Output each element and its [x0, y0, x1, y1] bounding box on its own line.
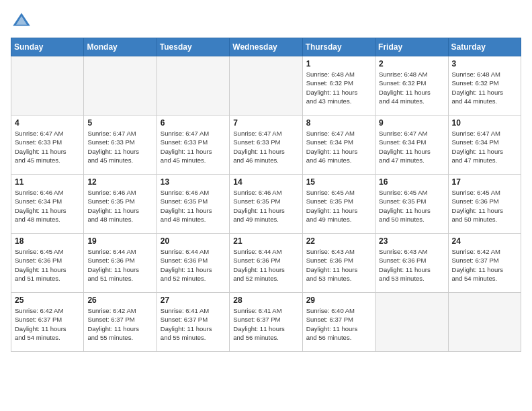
- calendar-cell: [230, 56, 302, 116]
- day-number: 6: [161, 118, 226, 128]
- day-number: 26: [87, 295, 152, 305]
- day-info: Sunrise: 6:40 AM Sunset: 6:37 PM Dayligh…: [306, 306, 371, 342]
- header-sunday: Sunday: [11, 38, 84, 56]
- day-number: 9: [379, 118, 444, 128]
- calendar-cell: 11Sunrise: 6:46 AM Sunset: 6:34 PM Dayli…: [11, 175, 84, 234]
- day-number: 1: [306, 59, 371, 68]
- header-friday: Friday: [375, 38, 448, 56]
- day-info: Sunrise: 6:41 AM Sunset: 6:37 PM Dayligh…: [233, 306, 298, 342]
- day-number: 8: [306, 118, 371, 128]
- day-number: 25: [15, 295, 80, 305]
- day-number: 29: [306, 295, 371, 305]
- calendar-cell: 15Sunrise: 6:45 AM Sunset: 6:35 PM Dayli…: [302, 175, 375, 234]
- day-number: 22: [306, 236, 371, 246]
- calendar-cell: 4Sunrise: 6:47 AM Sunset: 6:33 PM Daylig…: [11, 116, 84, 175]
- week-row-4: 18Sunrise: 6:45 AM Sunset: 6:36 PM Dayli…: [11, 234, 521, 293]
- day-info: Sunrise: 6:47 AM Sunset: 6:33 PM Dayligh…: [15, 129, 80, 165]
- day-number: 18: [15, 236, 80, 246]
- week-row-2: 4Sunrise: 6:47 AM Sunset: 6:33 PM Daylig…: [11, 116, 521, 175]
- day-info: Sunrise: 6:47 AM Sunset: 6:34 PM Dayligh…: [306, 129, 371, 165]
- day-info: Sunrise: 6:47 AM Sunset: 6:33 PM Dayligh…: [233, 129, 298, 165]
- day-info: Sunrise: 6:48 AM Sunset: 6:32 PM Dayligh…: [306, 70, 371, 105]
- day-info: Sunrise: 6:48 AM Sunset: 6:32 PM Dayligh…: [379, 70, 444, 105]
- day-number: 11: [15, 177, 80, 187]
- calendar-cell: 28Sunrise: 6:41 AM Sunset: 6:37 PM Dayli…: [230, 293, 302, 352]
- calendar-cell: 27Sunrise: 6:41 AM Sunset: 6:37 PM Dayli…: [157, 293, 229, 352]
- day-info: Sunrise: 6:46 AM Sunset: 6:34 PM Dayligh…: [15, 188, 80, 224]
- day-number: 19: [87, 236, 152, 246]
- day-number: 21: [233, 236, 298, 246]
- header-tuesday: Tuesday: [157, 38, 229, 56]
- calendar-cell: 14Sunrise: 6:46 AM Sunset: 6:35 PM Dayli…: [230, 175, 302, 234]
- day-info: Sunrise: 6:43 AM Sunset: 6:36 PM Dayligh…: [379, 247, 444, 283]
- calendar-cell: 6Sunrise: 6:47 AM Sunset: 6:33 PM Daylig…: [157, 116, 229, 175]
- day-number: 12: [87, 177, 152, 187]
- calendar-cell: 25Sunrise: 6:42 AM Sunset: 6:37 PM Dayli…: [11, 293, 84, 352]
- calendar-cell: 7Sunrise: 6:47 AM Sunset: 6:33 PM Daylig…: [230, 116, 302, 175]
- day-number: 20: [161, 236, 226, 246]
- calendar-body: 1Sunrise: 6:48 AM Sunset: 6:32 PM Daylig…: [11, 56, 521, 352]
- header-wednesday: Wednesday: [230, 38, 302, 56]
- calendar-cell: [448, 293, 521, 352]
- day-number: 13: [161, 177, 226, 187]
- day-info: Sunrise: 6:47 AM Sunset: 6:34 PM Dayligh…: [379, 129, 444, 165]
- day-info: Sunrise: 6:42 AM Sunset: 6:37 PM Dayligh…: [15, 306, 80, 342]
- day-number: 24: [452, 236, 517, 246]
- day-info: Sunrise: 6:45 AM Sunset: 6:35 PM Dayligh…: [306, 188, 371, 224]
- calendar-cell: 8Sunrise: 6:47 AM Sunset: 6:34 PM Daylig…: [302, 116, 375, 175]
- day-number: 10: [452, 118, 517, 128]
- day-number: 7: [233, 118, 298, 128]
- day-number: 14: [233, 177, 298, 187]
- day-number: 27: [161, 295, 226, 305]
- calendar-cell: 10Sunrise: 6:47 AM Sunset: 6:34 PM Dayli…: [448, 116, 521, 175]
- calendar-cell: 22Sunrise: 6:43 AM Sunset: 6:36 PM Dayli…: [302, 234, 375, 293]
- calendar-cell: [157, 56, 229, 116]
- day-info: Sunrise: 6:44 AM Sunset: 6:36 PM Dayligh…: [87, 247, 152, 283]
- calendar-cell: 26Sunrise: 6:42 AM Sunset: 6:37 PM Dayli…: [84, 293, 157, 352]
- calendar-cell: 5Sunrise: 6:47 AM Sunset: 6:33 PM Daylig…: [84, 116, 157, 175]
- calendar-cell: [84, 56, 157, 116]
- day-number: 16: [379, 177, 444, 187]
- calendar-cell: 24Sunrise: 6:42 AM Sunset: 6:37 PM Dayli…: [448, 234, 521, 293]
- day-info: Sunrise: 6:44 AM Sunset: 6:36 PM Dayligh…: [161, 247, 226, 283]
- day-info: Sunrise: 6:42 AM Sunset: 6:37 PM Dayligh…: [87, 306, 152, 342]
- day-number: 5: [87, 118, 152, 128]
- day-number: 3: [452, 59, 517, 68]
- day-info: Sunrise: 6:47 AM Sunset: 6:33 PM Dayligh…: [161, 129, 226, 165]
- calendar-cell: 19Sunrise: 6:44 AM Sunset: 6:36 PM Dayli…: [84, 234, 157, 293]
- day-info: Sunrise: 6:45 AM Sunset: 6:36 PM Dayligh…: [452, 188, 517, 224]
- day-info: Sunrise: 6:45 AM Sunset: 6:35 PM Dayligh…: [379, 188, 444, 224]
- header-saturday: Saturday: [448, 38, 521, 56]
- day-info: Sunrise: 6:41 AM Sunset: 6:37 PM Dayligh…: [161, 306, 226, 342]
- calendar-cell: 3Sunrise: 6:48 AM Sunset: 6:32 PM Daylig…: [448, 56, 521, 116]
- day-info: Sunrise: 6:42 AM Sunset: 6:37 PM Dayligh…: [452, 247, 517, 283]
- day-info: Sunrise: 6:48 AM Sunset: 6:32 PM Dayligh…: [452, 70, 517, 105]
- calendar-cell: [11, 56, 84, 116]
- calendar-cell: 12Sunrise: 6:46 AM Sunset: 6:35 PM Dayli…: [84, 175, 157, 234]
- calendar-cell: 21Sunrise: 6:44 AM Sunset: 6:36 PM Dayli…: [230, 234, 302, 293]
- calendar-cell: 2Sunrise: 6:48 AM Sunset: 6:32 PM Daylig…: [375, 56, 448, 116]
- logo-icon: [11, 11, 32, 32]
- calendar-cell: 23Sunrise: 6:43 AM Sunset: 6:36 PM Dayli…: [375, 234, 448, 293]
- day-info: Sunrise: 6:47 AM Sunset: 6:33 PM Dayligh…: [87, 129, 152, 165]
- day-number: 4: [15, 118, 80, 128]
- calendar-cell: 18Sunrise: 6:45 AM Sunset: 6:36 PM Dayli…: [11, 234, 84, 293]
- calendar-cell: 1Sunrise: 6:48 AM Sunset: 6:32 PM Daylig…: [302, 56, 375, 116]
- calendar-cell: 20Sunrise: 6:44 AM Sunset: 6:36 PM Dayli…: [157, 234, 229, 293]
- day-info: Sunrise: 6:43 AM Sunset: 6:36 PM Dayligh…: [306, 247, 371, 283]
- calendar-cell: 9Sunrise: 6:47 AM Sunset: 6:34 PM Daylig…: [375, 116, 448, 175]
- calendar-cell: 17Sunrise: 6:45 AM Sunset: 6:36 PM Dayli…: [448, 175, 521, 234]
- day-number: 17: [452, 177, 517, 187]
- page-header: [11, 11, 521, 32]
- calendar-cell: [375, 293, 448, 352]
- week-row-1: 1Sunrise: 6:48 AM Sunset: 6:32 PM Daylig…: [11, 56, 521, 116]
- calendar-header: SundayMondayTuesdayWednesdayThursdayFrid…: [11, 38, 521, 56]
- day-number: 23: [379, 236, 444, 246]
- day-info: Sunrise: 6:46 AM Sunset: 6:35 PM Dayligh…: [161, 188, 226, 224]
- week-row-5: 25Sunrise: 6:42 AM Sunset: 6:37 PM Dayli…: [11, 293, 521, 352]
- day-number: 2: [379, 59, 444, 68]
- header-monday: Monday: [84, 38, 157, 56]
- logo: [11, 11, 35, 32]
- week-row-3: 11Sunrise: 6:46 AM Sunset: 6:34 PM Dayli…: [11, 175, 521, 234]
- day-number: 28: [233, 295, 298, 305]
